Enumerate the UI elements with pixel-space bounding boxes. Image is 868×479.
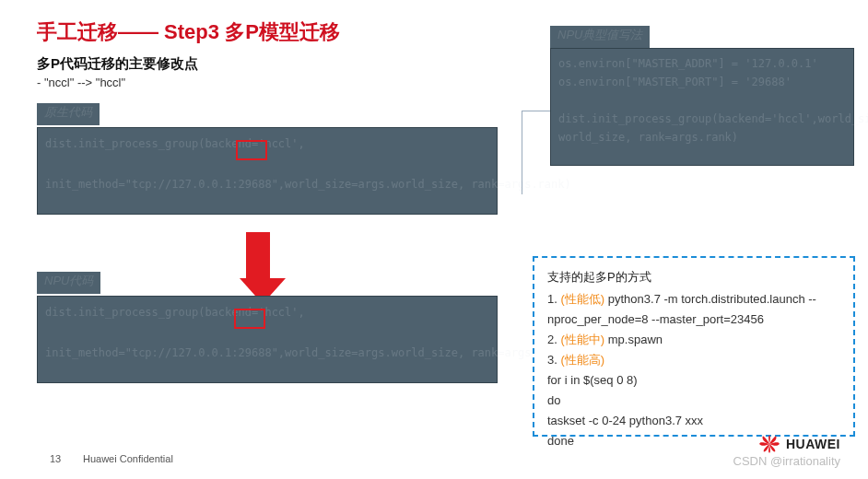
method-3-sh1: for i in $(seq 0 8) <box>547 370 840 391</box>
npu-code-line-2: init_method="tcp://127.0.0.1:29688",worl… <box>45 343 489 363</box>
subtitle: 多P代码迁移的主要修改点 <box>37 55 198 73</box>
orig-code-line-2: init_method="tcp://127.0.0.1:29688",worl… <box>45 174 489 194</box>
method-2-perf: (性能中) <box>560 333 604 346</box>
arrow-down-icon <box>240 232 276 306</box>
npu-example-line-4: dist.init_process_group(backend='hccl',w… <box>558 110 846 128</box>
footer-page-number: 13 <box>50 453 61 464</box>
method-1: 1. (性能低) python3.7 -m torch.distributed.… <box>547 289 840 310</box>
methods-head: 支持的起多P的方式 <box>547 267 840 287</box>
change-note: - "nccl" --> "hccl" <box>37 76 125 89</box>
npu-code-spacer <box>45 322 489 343</box>
method-3-prefix: 3. <box>547 353 560 367</box>
highlight-hccl <box>234 309 265 329</box>
huawei-petal-icon <box>758 435 780 453</box>
npu-example-line-5: world_size, rank=args.rank) <box>558 128 846 146</box>
method-2-rest: mp.spawn <box>604 333 663 346</box>
method-1-prefix: 1. <box>547 292 560 306</box>
method-2-prefix: 2. <box>547 333 560 346</box>
label-orig-code: 原生代码 <box>37 103 100 125</box>
huawei-brand-text: HUAWEI <box>786 437 840 451</box>
panel-npu-example: os.environ["MASTER_ADDR"] = '127.0.0.1' … <box>550 48 854 166</box>
method-2: 2. (性能中) mp.spawn <box>547 330 840 350</box>
methods-box: 支持的起多P的方式 1. (性能低) python3.7 -m torch.di… <box>533 256 855 437</box>
footer-confidential: Huawei Confidential <box>83 453 173 464</box>
label-orig-code-text: 原生代码 <box>44 105 92 119</box>
npu-example-line-3 <box>558 91 846 110</box>
csdn-watermark: CSDN @irrationality <box>733 454 841 468</box>
panel-orig-code: dist.init_process_group(backend='nccl', … <box>37 127 498 215</box>
slide-root: 手工迁移—— Step3 多P模型迁移 多P代码迁移的主要修改点 - "nccl… <box>0 0 868 479</box>
connector-line <box>522 111 550 194</box>
method-1b: nproc_per_node=8 --master_port=23456 <box>547 310 840 330</box>
label-npu-code-text: NPU代码 <box>44 274 93 287</box>
orig-code-line-1: dist.init_process_group(backend='nccl', <box>45 134 489 154</box>
orig-code-spacer <box>45 154 489 174</box>
label-npu-example-text: NPU典型值写法 <box>557 28 642 41</box>
npu-example-line-1: os.environ["MASTER_ADDR"] = '127.0.0.1' <box>558 54 846 73</box>
panel-npu-code: dist.init_process_group(backend='hccl', … <box>37 296 498 383</box>
method-3-sh3: taskset -c 0-24 python3.7 xxx <box>547 411 840 431</box>
method-1-perf: (性能低) <box>560 292 604 306</box>
method-3-perf: (性能高) <box>560 353 604 367</box>
npu-example-line-2: os.environ["MASTER_PORT"] = '29688' <box>558 73 846 91</box>
page-title: 手工迁移—— Step3 多P模型迁移 <box>37 18 340 46</box>
label-npu-code: NPU代码 <box>37 272 100 294</box>
label-npu-example: NPU典型值写法 <box>550 26 650 48</box>
method-3: 3. (性能高) <box>547 350 840 370</box>
method-1-rest: python3.7 -m torch.distributed.launch -- <box>604 292 816 306</box>
highlight-nccl <box>236 140 267 160</box>
npu-code-line-1: dist.init_process_group(backend='hccl', <box>45 302 489 322</box>
huawei-logo: HUAWEI <box>758 435 840 453</box>
method-3-sh2: do <box>547 391 840 411</box>
